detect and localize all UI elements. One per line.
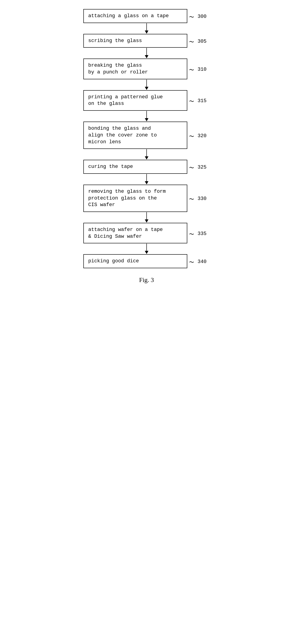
squiggle-icon-300: 〜 xyxy=(189,14,194,20)
step-label-330: 330 xyxy=(198,196,207,202)
step-text-310-line0: breaking the glass xyxy=(88,62,142,68)
step-text-320-line1: align the cover zone to xyxy=(88,132,157,138)
arrow-line xyxy=(146,149,147,156)
arrow-line xyxy=(146,111,147,118)
step-label-wrap-340: 〜340 xyxy=(187,257,210,266)
arrow-head xyxy=(145,181,148,184)
arrow-down-300 xyxy=(145,23,148,34)
step-box-340: picking good dice xyxy=(83,254,187,268)
step-label-325: 325 xyxy=(198,164,207,170)
step-label-340: 340 xyxy=(198,259,207,264)
arrow-line xyxy=(146,174,147,181)
arrow-line xyxy=(146,48,147,55)
step-text-320-line0: bonding the glass and xyxy=(88,126,151,131)
squiggle-icon-325: 〜 xyxy=(189,164,194,171)
figure-label: Fig. 3 xyxy=(139,276,154,284)
arrow-line xyxy=(146,212,147,220)
step-label-335: 335 xyxy=(198,231,207,236)
step-text-310-line1: by a punch or roller xyxy=(88,69,148,75)
arrow-head xyxy=(145,156,148,160)
step-text-300-line0: attaching a glass on a tape xyxy=(88,13,169,19)
step-text-315-line0: printing a patterned glue xyxy=(88,94,163,100)
step-label-wrap-300: 〜300 xyxy=(187,12,210,20)
squiggle-icon-335: 〜 xyxy=(189,231,194,238)
squiggle-icon-305: 〜 xyxy=(189,39,194,46)
arrow-line xyxy=(146,80,147,87)
step-box-305: scribing the glass xyxy=(83,34,187,48)
squiggle-icon-310: 〜 xyxy=(189,67,194,74)
step-row-300: attaching a glass on a tape〜300 xyxy=(81,9,212,23)
step-label-wrap-315: 〜315 xyxy=(187,96,210,105)
arrow-head xyxy=(145,55,148,58)
step-text-335-line0: attaching wafer on a tape xyxy=(88,227,163,232)
step-row-325: curing the tape〜325 xyxy=(81,160,212,174)
arrow-down-305 xyxy=(145,48,148,58)
step-box-330: removing the glass to formprotection gla… xyxy=(83,184,187,212)
step-row-330: removing the glass to formprotection gla… xyxy=(81,184,212,212)
squiggle-icon-330: 〜 xyxy=(189,196,194,203)
arrow-down-310 xyxy=(145,79,148,90)
step-box-300: attaching a glass on a tape xyxy=(83,9,187,23)
step-label-310: 310 xyxy=(198,67,207,72)
arrow-down-315 xyxy=(145,111,148,122)
step-row-340: picking good dice〜340 xyxy=(81,254,212,268)
step-label-wrap-320: 〜320 xyxy=(187,131,210,140)
step-text-335-line1: & Dicing Saw wafer xyxy=(88,234,142,239)
step-label-wrap-335: 〜335 xyxy=(187,229,210,238)
flowchart-container: attaching a glass on a tape〜300scribing … xyxy=(81,9,212,284)
step-text-330-line0: removing the glass to form xyxy=(88,189,166,194)
step-row-310: breaking the glassby a punch or roller〜3… xyxy=(81,58,212,79)
step-label-315: 315 xyxy=(198,98,207,104)
step-text-315-line1: on the glass xyxy=(88,101,124,106)
step-label-wrap-325: 〜325 xyxy=(187,162,210,171)
arrow-down-330 xyxy=(145,212,148,223)
step-box-335: attaching wafer on a tape& Dicing Saw wa… xyxy=(83,223,187,243)
arrow-head xyxy=(145,87,148,90)
step-box-315: printing a patterned glueon the glass xyxy=(83,90,187,111)
squiggle-icon-320: 〜 xyxy=(189,133,194,140)
arrow-head xyxy=(145,220,148,222)
step-box-325: curing the tape xyxy=(83,160,187,174)
squiggle-icon-315: 〜 xyxy=(189,98,194,105)
step-row-305: scribing the glass〜305 xyxy=(81,34,212,48)
step-text-330-line2: CIS wafer xyxy=(88,202,115,208)
arrow-line xyxy=(146,23,147,30)
arrow-head xyxy=(145,251,148,254)
arrow-head xyxy=(145,30,148,34)
step-label-300: 300 xyxy=(198,14,207,20)
arrow-line xyxy=(146,244,147,251)
step-text-330-line1: protection glass on the xyxy=(88,196,157,201)
step-row-315: printing a patterned glueon the glass〜31… xyxy=(81,90,212,111)
step-text-340-line0: picking good dice xyxy=(88,258,139,264)
arrow-down-335 xyxy=(145,243,148,254)
arrow-down-320 xyxy=(145,149,148,160)
step-row-335: attaching wafer on a tape& Dicing Saw wa… xyxy=(81,223,212,243)
step-box-310: breaking the glassby a punch or roller xyxy=(83,58,187,79)
squiggle-icon-340: 〜 xyxy=(189,259,194,266)
step-label-wrap-330: 〜330 xyxy=(187,194,210,203)
arrow-head xyxy=(145,118,148,121)
step-label-wrap-310: 〜310 xyxy=(187,64,210,74)
step-box-320: bonding the glass andalign the cover zon… xyxy=(83,122,187,149)
step-label-wrap-305: 〜305 xyxy=(187,36,210,46)
arrow-down-325 xyxy=(145,174,148,184)
step-label-305: 305 xyxy=(198,39,207,44)
step-text-325-line0: curing the tape xyxy=(88,164,133,170)
step-label-320: 320 xyxy=(198,133,207,139)
step-text-320-line2: micron lens xyxy=(88,139,121,145)
step-row-320: bonding the glass andalign the cover zon… xyxy=(81,122,212,149)
step-text-305-line0: scribing the glass xyxy=(88,38,142,44)
